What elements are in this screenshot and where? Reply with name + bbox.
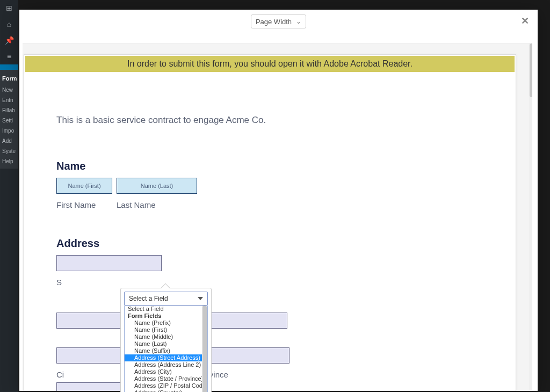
dropdown-option[interactable]: Address (Address Line 2): [125, 361, 207, 368]
wp-submenu-item[interactable]: Add: [0, 136, 18, 146]
field-select-label: Select a Field: [129, 295, 168, 302]
close-button[interactable]: ✕: [519, 15, 530, 26]
field-select-dropdown: Select a FieldForm FieldsName (Prefix)Na…: [124, 306, 208, 392]
grid-icon[interactable]: ⊞: [0, 0, 18, 16]
name-first-field[interactable]: Name (First): [56, 178, 112, 194]
dropdown-option[interactable]: Name (Middle): [125, 333, 207, 340]
dropdown-option[interactable]: Address (State / Province): [125, 375, 207, 382]
wp-submenu-item[interactable]: Help: [0, 156, 18, 166]
dropdown-option[interactable]: Address (Country): [125, 389, 207, 392]
dropdown-option[interactable]: Name (Suffix): [125, 347, 207, 354]
dropdown-option-placeholder[interactable]: Select a Field: [125, 306, 207, 313]
wp-submenu-item[interactable]: Impo: [0, 126, 18, 136]
wp-submenu-item[interactable]: Syste: [0, 146, 18, 156]
intro-text: This is a basic service contract to enga…: [56, 115, 483, 126]
dropdown-group-form-fields: Form Fields: [125, 313, 207, 320]
chevron-down-icon: [198, 297, 203, 300]
wp-submenu-item[interactable]: New: [0, 85, 18, 95]
field-select[interactable]: Select a Field: [124, 292, 208, 306]
dropdown-scrollbar[interactable]: [202, 306, 207, 392]
pin-icon[interactable]: 📌: [0, 32, 18, 48]
name-last-field[interactable]: Name (Last): [117, 178, 197, 194]
document-viewport: In order to submit this form, you should…: [23, 43, 532, 391]
dropdown-option[interactable]: Address (Street Address): [125, 354, 207, 361]
dropdown-scrollbar-thumb[interactable]: [202, 306, 207, 392]
section-title-name: Name: [56, 160, 483, 172]
scrollbar-thumb[interactable]: [530, 43, 532, 97]
vertical-scrollbar[interactable]: [529, 43, 532, 391]
wp-submenu: Form New Entri Fillab Setti Impo Add Sys…: [0, 70, 18, 169]
first-name-label: First Name: [56, 200, 112, 209]
wp-submenu-item[interactable]: Entri: [0, 95, 18, 105]
dropdown-option[interactable]: Name (Prefix): [125, 320, 207, 326]
truncated-label: S: [56, 278, 483, 287]
acrobat-banner: In order to submit this form, you should…: [25, 56, 515, 72]
address-street-field[interactable]: [56, 255, 162, 271]
dropdown-option[interactable]: Address (City): [125, 368, 207, 375]
zoom-select-label: Page Width: [256, 18, 292, 26]
field-select-popover: Select a Field Select a FieldForm Fields…: [120, 288, 212, 392]
modal-topbar: Page Width ⌄ ✕: [19, 10, 538, 32]
wp-submenu-item[interactable]: Fillab: [0, 105, 18, 115]
wp-submenu-header: Form: [0, 72, 18, 85]
chevron-down-icon: ⌄: [296, 18, 301, 25]
dropdown-option[interactable]: Name (First): [125, 326, 207, 333]
page-body: This is a basic service contract to enga…: [24, 72, 516, 391]
zoom-select[interactable]: Page Width ⌄: [251, 14, 306, 28]
pdf-preview-modal: Page Width ⌄ ✕ In order to submit this f…: [19, 10, 538, 391]
section-title-address: Address: [56, 237, 483, 250]
menu-icon[interactable]: ≡: [0, 48, 18, 64]
wp-submenu-item[interactable]: Setti: [0, 115, 18, 126]
home-icon[interactable]: ⌂: [0, 16, 18, 32]
pdf-page: In order to submit this form, you should…: [24, 54, 516, 391]
dropdown-option[interactable]: Address (ZIP / Postal Code): [125, 382, 207, 389]
dropdown-option[interactable]: Name (Last): [125, 340, 207, 347]
wp-admin-sidebar: ⊞ ⌂ 📌 ≡ ◈ Form New Entri Fillab Setti Im…: [0, 0, 18, 392]
last-name-label: Last Name: [117, 200, 197, 209]
